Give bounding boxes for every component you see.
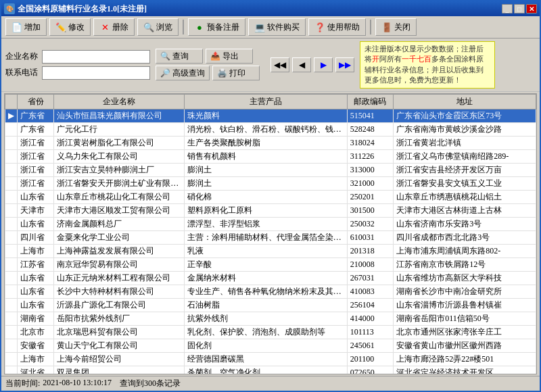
- cell-product: 漂浮型、非浮型铝浆: [184, 217, 347, 230]
- row-indicator: [5, 312, 18, 325]
- col-address[interactable]: 地址: [394, 94, 536, 109]
- advanced-search-button[interactable]: 🔎 高级查询: [156, 66, 210, 80]
- row-indicator: [5, 136, 18, 149]
- cell-zip: 610031: [347, 230, 394, 244]
- delete-button[interactable]: ✕ 册除: [93, 18, 135, 36]
- table-row[interactable]: 山东省长沙中大特种材料有限公司专业生产、销售各种氧化物纳米粉末及其相关制4100…: [5, 285, 536, 298]
- table-row[interactable]: 天津市天津市大港区顺发工贸有限公司塑料原料化工原料301500天津市大港区古林街…: [5, 203, 536, 217]
- col-zip[interactable]: 邮政编码: [347, 94, 394, 109]
- table-row[interactable]: ▶广东省汕头市恒昌珠光颜料有限公司珠光颜料515041广东省汕头市金霞区东区73…: [5, 109, 536, 122]
- table-row[interactable]: 浙江省浙江黄岩树脂化工有限公司生产各类聚酰胺树脂318024浙江省黄岩北洋镇: [5, 136, 536, 149]
- cell-province: 上海市: [18, 244, 54, 258]
- cell-product: 石油树脂: [184, 298, 347, 312]
- edit-icon: ✏️: [55, 22, 66, 32]
- cell-zip: 410083: [347, 285, 394, 298]
- cell-product: 膨润土: [184, 176, 347, 190]
- row-indicator: [5, 163, 18, 176]
- cell-company: 黄山天宁化工有限公司: [54, 339, 185, 352]
- table-row[interactable]: 浙江省浙江省磐安天开膨润土矿业有限公司膨润土321000浙江省磐安县安文镇五义工…: [5, 176, 536, 190]
- cell-product: 塑料原料化工原料: [184, 203, 347, 217]
- edit-button[interactable]: ✏️ 修改: [49, 18, 91, 36]
- last-record-button[interactable]: ▶▶: [335, 57, 354, 72]
- cell-province: 山东省: [18, 190, 54, 203]
- table-row[interactable]: 湖南省岳阳市抗紫外线剂厂抗紫外线剂414000湖南省岳阳市011信箱50号: [5, 312, 536, 325]
- status-bar: 当前时间: 2021-08-10 13:10:17 查询到300条记录: [1, 376, 540, 391]
- prev-record-button[interactable]: ◀: [292, 57, 311, 72]
- print-button[interactable]: 🖨️ 打印: [212, 66, 260, 80]
- data-table-container[interactable]: 省份 企业名称 主营产品 邮政编码 地址 ▶广东省汕头市恒昌珠光颜料有限公司珠光…: [4, 93, 537, 374]
- cell-company: 山东章丘市桃花山化工有限公司: [54, 190, 185, 203]
- cell-product: 生产各类聚酰胺树脂: [184, 136, 347, 149]
- row-indicator: [5, 366, 18, 374]
- minimize-button[interactable]: _: [502, 4, 513, 14]
- cell-zip: 250201: [347, 190, 394, 203]
- col-province[interactable]: 省份: [18, 94, 54, 109]
- table-row[interactable]: 山东省山东章丘市桃花山化工有限公司硝化棉250201山东章丘市绣惠镇桃花山铝土: [5, 190, 536, 203]
- table-row[interactable]: 山东省山东正元纳米材料工程有限公司金属纳米材料267031山东省维坊市高新区大学…: [5, 271, 536, 285]
- table-row[interactable]: 北京市北京瑞思科贸有限公司乳化剂、保护胶、消泡剂、成膜助剂等101113北京市通…: [5, 325, 536, 339]
- cell-zip: 318024: [347, 136, 394, 149]
- content-area: 省份 企业名称 主营产品 邮政编码 地址 ▶广东省汕头市恒昌珠光颜料有限公司珠光…: [1, 92, 540, 376]
- table-row[interactable]: 广东省广元化工行消光粉、钛白粉、滑石粉、碳酸钙粉、钱透明粉528248广东省南海…: [5, 122, 536, 136]
- cell-address: 四川省成都市西北北路3号: [394, 230, 536, 244]
- table-row[interactable]: 山东省沂源县广源化工有限公司石油树脂256104山东省淄博市沂源县鲁村镇崔: [5, 298, 536, 312]
- cell-zip: 515041: [347, 109, 394, 122]
- window-title: 全国涂料原辅料行业名录1.0[未注册]: [18, 3, 147, 15]
- add-button[interactable]: 📄 增加: [5, 18, 47, 36]
- window-controls: _ □ ✕: [502, 4, 537, 14]
- cell-province: 湖南省: [18, 312, 54, 325]
- cell-company: 广元化工行: [54, 122, 185, 136]
- cell-zip: 256104: [347, 298, 394, 312]
- cell-province: 浙江省: [18, 163, 54, 176]
- cell-company: 北京瑞思科贸有限公司: [54, 325, 185, 339]
- table-row[interactable]: 江苏省南京冠华贸易有限公司正辛酸210008江苏省南京市铁屑路12号: [5, 258, 536, 271]
- col-product[interactable]: 主营产品: [184, 94, 347, 109]
- company-search-input[interactable]: [42, 50, 150, 64]
- buy-button[interactable]: 💻 软件购买: [248, 18, 306, 36]
- cell-zip: 414000: [347, 312, 394, 325]
- advanced-icon: 🔎: [160, 68, 170, 78]
- col-company[interactable]: 企业名称: [54, 94, 185, 109]
- phone-search-input[interactable]: [42, 66, 150, 80]
- row-indicator: [5, 149, 18, 163]
- row-indicator: [5, 230, 18, 244]
- window-close-button[interactable]: ✕: [526, 4, 537, 14]
- cell-product: 销售有机颜料: [184, 149, 347, 163]
- cell-product: 消光粉、钛白粉、滑石粉、碳酸钙粉、钱透明粉: [184, 122, 347, 136]
- cell-zip: 267031: [347, 271, 394, 285]
- cell-company: 义乌力朱化工有限公司: [54, 149, 185, 163]
- cell-company: 汕头市恒昌珠光颜料有限公司: [54, 109, 185, 122]
- table-row[interactable]: 浙江省浙江安吉立昊特种膨润土厂膨润土313000浙江省安吉县经济开发区万亩: [5, 163, 536, 176]
- table-row[interactable]: 浙江省义乌力朱化工有限公司销售有机颜料311226浙江省义乌市佛堂镇南绍路289…: [5, 149, 536, 163]
- export-button[interactable]: 📤 导出: [206, 49, 253, 64]
- register-button[interactable]: ● 预备注册: [188, 18, 245, 36]
- cell-company: 浙江省磐安天开膨润土矿业有限公司: [54, 176, 185, 190]
- cell-province: 山东省: [18, 271, 54, 285]
- maximize-button[interactable]: □: [514, 4, 525, 14]
- help-button[interactable]: ❓ 使用帮助: [308, 18, 366, 36]
- table-row[interactable]: 上海市上海神露益发发展有限公司乳液201318上海市浦东周浦镇周东路802-: [5, 244, 536, 258]
- cell-province: 山东省: [18, 298, 54, 312]
- cell-product: 杀菌剂、空气净化剂: [184, 366, 347, 374]
- cell-address: 安徽省黄山市徽州区徽州西路: [394, 339, 536, 352]
- cell-address: 上海市廊泾路52弄22#楼501: [394, 352, 536, 366]
- cell-province: 广东省: [18, 122, 54, 136]
- cell-zip: 101113: [347, 325, 394, 339]
- browse-button[interactable]: 🔍 浏览: [137, 18, 179, 36]
- first-record-button[interactable]: ◀◀: [270, 57, 289, 72]
- cell-address: 广东省南海市黄岐沙溪金沙路: [394, 122, 536, 136]
- table-row[interactable]: 安徽省黄山天宁化工有限公司固化剂245061安徽省黄山市徽州区徽州西路: [5, 339, 536, 352]
- cell-company: 岳阳市抗紫外线剂厂: [54, 312, 185, 325]
- table-row[interactable]: 河北省双灵集团杀菌剂、空气净化剂072650河北省定兴经济技术开发区: [5, 366, 536, 374]
- table-row[interactable]: 上海市上海今前绍贸公司经营德国磨碳黑201100上海市廊泾路52弄22#楼501: [5, 352, 536, 366]
- close-button[interactable]: 🚪 关闭: [375, 18, 417, 36]
- table-row[interactable]: 四川省金粟来化学工业公司主营：涂料用辅助材料、代理金属箔全染料（色料610031…: [5, 230, 536, 244]
- search-button[interactable]: 🔍 查询: [156, 49, 203, 64]
- cell-address: 江苏省南京市铁屑路12号: [394, 258, 536, 271]
- title-bar: 🎨 全国涂料原辅料行业名录1.0[未注册] _ □ ✕: [1, 1, 540, 16]
- cell-company: 长沙中大特种材料有限公司: [54, 285, 185, 298]
- next-record-button[interactable]: ▶: [314, 57, 333, 72]
- cell-province: 山东省: [18, 285, 54, 298]
- cell-company: 天津市大港区顺发工贸有限公司: [54, 203, 185, 217]
- table-row[interactable]: 山东省济南金属颜料总厂漂浮型、非浮型铝浆250032山东省济南市乐安路3号: [5, 217, 536, 230]
